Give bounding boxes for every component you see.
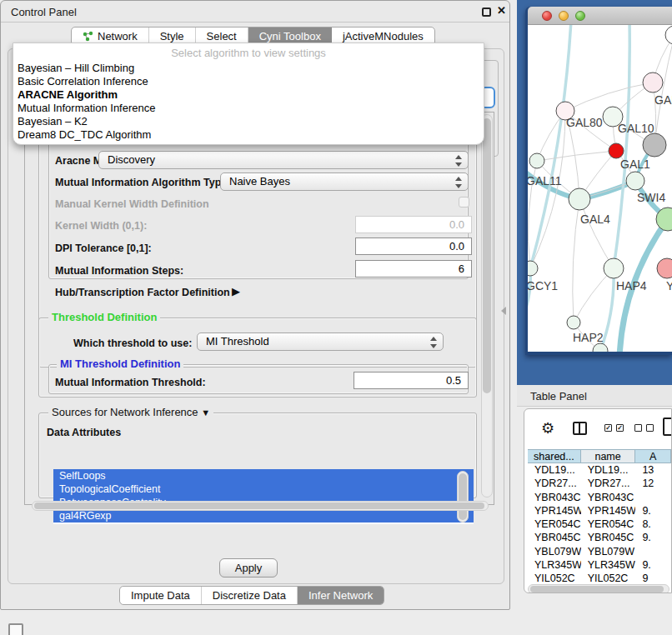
mi-type-combo[interactable]: Naive Bayes (220, 172, 469, 191)
deselect-all-checkbox-icon[interactable] (646, 424, 654, 432)
mi-steps-field[interactable] (355, 260, 472, 278)
attribute-list-item[interactable]: gal4RGexp (53, 509, 474, 522)
select-all-checkbox-icon[interactable]: ✓ (616, 424, 624, 432)
zoom-traffic-light-icon[interactable] (575, 11, 585, 21)
network-canvas[interactable]: GALGAL80GAL10GAL1GAL11SWI4GAL4GCY1HAP4YH… (528, 25, 672, 352)
table-cell: YIL052C (581, 572, 636, 582)
bottom-tab-impute-data[interactable]: Impute Data (120, 587, 202, 604)
panel-resize-handle[interactable] (501, 307, 506, 315)
combo-stepper-icon (455, 176, 463, 189)
network-node-red1[interactable] (609, 143, 624, 158)
node-label-gal80: GAL80 (566, 116, 603, 129)
node-label-y: Y (666, 279, 672, 292)
table-cell (635, 546, 671, 559)
network-graph: GALGAL80GAL10GAL1GAL11SWI4GAL4GCY1HAP4YH… (528, 25, 672, 352)
network-edge (579, 199, 614, 268)
attribute-list-item[interactable]: TopologicalCoefficient (53, 482, 474, 496)
network-node-pinkTop[interactable] (643, 72, 663, 92)
algorithm-option[interactable]: ARACNE Algorithm (13, 88, 484, 102)
attribute-list-scrollbar[interactable] (457, 471, 469, 522)
column-layout-icon[interactable] (573, 422, 587, 435)
table-cell: YER054C (581, 518, 636, 532)
table-panel-header[interactable]: Table Panel (517, 385, 672, 407)
select-all-checkbox-icon[interactable]: ✓ (604, 424, 612, 432)
minimize-traffic-light-icon[interactable] (559, 11, 569, 21)
network-node-hap2[interactable] (567, 316, 580, 329)
table-cell: 13 (635, 464, 671, 478)
mi-threshold-label: Mutual Information Threshold: (55, 377, 206, 388)
table-cell: 9. (635, 505, 671, 518)
mi-threshold-definition-title: MI Threshold Definition (57, 358, 183, 370)
tab-label: Style (160, 30, 184, 42)
which-threshold-combo[interactable]: MI Threshold (197, 332, 444, 351)
kernel-width-label: Kernel Width (0,1): (55, 220, 147, 232)
network-edge (530, 25, 571, 268)
network-node-topNode[interactable] (665, 26, 672, 44)
dpi-tolerance-field[interactable] (355, 238, 472, 255)
settings-vertical-scrollbar[interactable] (481, 114, 493, 498)
algorithm-option[interactable]: Mutual Information Inference (13, 102, 484, 115)
algorithm-option[interactable]: Basic Correlation Inference (13, 75, 484, 88)
control-panel-titlebar[interactable]: Control Panel ✕ (1, 1, 509, 22)
mi-threshold-field[interactable] (354, 372, 469, 389)
dpi-tolerance-label: DPI Tolerance [0,1]: (55, 242, 152, 254)
algorithm-option[interactable]: Bayesian – Hill Climbing (13, 62, 484, 75)
network-view-window[interactable]: GALGAL80GAL10GAL1GAL11SWI4GAL4GCY1HAP4YH… (525, 7, 672, 355)
node-label-gal10: GAL10 (618, 122, 654, 135)
table-row[interactable]: YBR045CYBR045C9. (528, 532, 671, 545)
aracne-mode-combo[interactable]: Discovery (98, 151, 469, 169)
algorithm-option[interactable]: Dream8 DC_TDC Algorithm (13, 128, 484, 142)
aracne-mode-value: Discovery (108, 153, 155, 166)
data-attributes-label: Data Attributes (47, 427, 121, 438)
close-icon[interactable]: ✕ (497, 4, 506, 17)
node-label-gal1: GAL1 (620, 158, 650, 171)
network-node-gal4[interactable] (569, 188, 590, 210)
table-horizontal-scrollbar[interactable] (528, 584, 669, 593)
network-node-hap4[interactable] (604, 258, 624, 278)
combo-stepper-icon (455, 154, 463, 168)
settings-gear-icon[interactable]: ⚙ (541, 419, 554, 438)
column-header[interactable]: name (581, 450, 636, 462)
expand-arrow-icon[interactable]: ▶ (232, 285, 240, 298)
control-panel-window: Control Panel ✕ NetworkStyleSelectCyni T… (0, 0, 510, 610)
float-window-icon[interactable] (482, 8, 491, 17)
table-row[interactable]: YDR27...YDR27...12 (528, 478, 671, 491)
table-panel-title: Table Panel (530, 390, 587, 402)
table-row[interactable]: YER054CYER054C8. (528, 518, 671, 532)
node-label-hap2: HAP2 (573, 331, 604, 344)
column-header[interactable]: shared... (528, 450, 581, 462)
sources-title[interactable]: Sources for Network Inference ▼ (48, 406, 213, 418)
network-node-salmon[interactable] (657, 258, 672, 278)
close-traffic-light-icon[interactable] (542, 11, 552, 21)
bottom-tab-infer-network[interactable]: Infer Network (298, 587, 384, 604)
table-cell: YBR045C (528, 532, 581, 545)
settings-horizontal-scrollbar[interactable] (32, 501, 489, 511)
network-node-swi4[interactable] (626, 172, 644, 190)
table-panel: ⚙ ✓ ✓ shared...nameA YDL19...YDL19...13Y… (524, 408, 672, 593)
table-cell: YDR27... (581, 478, 636, 491)
deselect-all-checkbox-icon[interactable] (634, 424, 642, 432)
apply-button[interactable]: Apply (219, 558, 278, 578)
table-cell: 9. (635, 532, 671, 545)
mi-type-label: Mutual Information Algorithm Type: (55, 177, 230, 188)
table-row[interactable]: YDL19...YDL19...13 (528, 464, 671, 478)
table-row[interactable]: YPR145WYPR145W9. (528, 505, 671, 518)
network-node-gcy1[interactable] (528, 261, 538, 276)
hub-definition-label[interactable]: Hub/Transcription Factor Definition (55, 287, 230, 298)
network-node-botN[interactable] (593, 343, 608, 352)
table-row[interactable]: YLR345WYLR345W9. (528, 559, 671, 572)
algorithm-option[interactable]: Bayesian – K2 (13, 115, 484, 128)
attribute-list-item[interactable]: SelfLoops (53, 469, 474, 482)
minimized-panel-icon[interactable] (8, 623, 23, 635)
collapse-arrow-icon[interactable]: ▼ (201, 408, 210, 418)
table-row[interactable]: YBL079WYBL079W (528, 546, 671, 559)
bottom-tab-discretize-data[interactable]: Discretize Data (202, 587, 298, 604)
network-node-grayN[interactable] (643, 133, 666, 157)
table-partial-icon[interactable] (663, 418, 672, 436)
table-row[interactable]: YBR043CYBR043C (528, 492, 671, 505)
network-node-gal11[interactable] (529, 153, 544, 168)
table-row[interactable]: YIL052CYIL052C9 (528, 572, 671, 582)
column-header[interactable]: A (635, 450, 671, 462)
which-threshold-value: MI Threshold (206, 335, 269, 348)
network-window-titlebar[interactable] (528, 7, 672, 25)
